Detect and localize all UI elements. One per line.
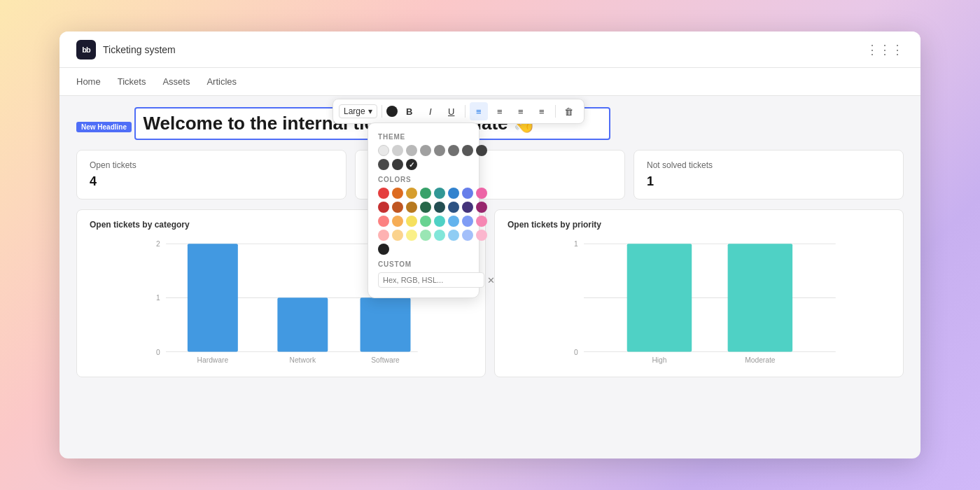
theme-swatch-8[interactable]	[476, 145, 487, 156]
c-teal-xl[interactable]	[434, 230, 445, 241]
logo: bb	[76, 40, 96, 59]
c-yellow-d[interactable]	[406, 202, 417, 213]
nav-articles[interactable]: Articles	[206, 74, 237, 90]
c-green-d[interactable]	[420, 202, 431, 213]
theme-swatch-dark-3[interactable]	[406, 159, 417, 170]
color-picker-popup: THEME COLORS	[368, 122, 479, 298]
text-toolbar: Large ▾ B I U ≡ ≡ ≡ ≡ 🗑	[332, 99, 584, 124]
custom-color-input[interactable]	[378, 272, 484, 288]
color-row-5	[378, 244, 469, 255]
c-green-l[interactable]	[420, 216, 431, 227]
c-orange-l[interactable]	[392, 216, 403, 227]
nav-home[interactable]: Home	[76, 74, 101, 90]
theme-swatch-dark-1[interactable]	[378, 159, 389, 170]
c-teal-d[interactable]	[434, 202, 445, 213]
c-pink-xl[interactable]	[476, 230, 487, 241]
nav-assets[interactable]: Assets	[162, 74, 190, 90]
c-red-l[interactable]	[378, 216, 389, 227]
c-green-xl[interactable]	[420, 230, 431, 241]
theme-swatch-3[interactable]	[406, 145, 417, 156]
headline-badge: New Headline	[76, 122, 132, 132]
c-indigo-d[interactable]	[462, 202, 473, 213]
c-blue[interactable]	[448, 188, 459, 199]
c-orange-d[interactable]	[392, 202, 403, 213]
bold-button[interactable]: B	[400, 102, 419, 120]
header: bb Ticketing system ⋮⋮⋮	[59, 31, 920, 68]
underline-button[interactable]: U	[442, 102, 461, 120]
c-indigo[interactable]	[462, 188, 473, 199]
c-yellow-xl[interactable]	[406, 230, 417, 241]
c-pink[interactable]	[476, 188, 487, 199]
c-yellow-l[interactable]	[406, 216, 417, 227]
svg-text:1: 1	[156, 294, 160, 302]
stat-value-open: 4	[90, 174, 333, 189]
theme-swatches-row2	[378, 159, 469, 170]
svg-rect-6	[188, 244, 238, 351]
font-size-selector[interactable]: Large ▾	[339, 104, 377, 118]
svg-rect-17	[627, 244, 692, 351]
grid-icon[interactable]: ⋮⋮⋮	[866, 42, 904, 57]
svg-text:Software: Software	[371, 356, 400, 364]
stat-label-not-solved: Not solved tickets	[647, 160, 890, 170]
svg-text:Hardware: Hardware	[197, 356, 229, 364]
color-row-4	[378, 230, 469, 241]
c-teal[interactable]	[434, 188, 445, 199]
main-content: Large ▾ B I U ≡ ≡ ≡ ≡ 🗑 THEME	[59, 96, 920, 458]
c-pink-d[interactable]	[476, 202, 487, 213]
toolbar-divider-1	[382, 105, 382, 118]
c-orange-xl[interactable]	[392, 230, 403, 241]
clear-icon[interactable]: ✕	[487, 275, 495, 286]
stat-label-open: Open tickets	[90, 160, 333, 170]
svg-text:0: 0	[574, 349, 578, 356]
app-window: bb Ticketing system ⋮⋮⋮ Home Tickets Ass…	[59, 31, 920, 458]
align-right-button[interactable]: ≡	[512, 102, 530, 120]
chart-priority-svg: 1 0 High Moderate	[507, 237, 890, 366]
app-title: Ticketing system	[103, 44, 176, 55]
c-green[interactable]	[420, 188, 431, 199]
svg-text:Network: Network	[290, 356, 317, 364]
c-black[interactable]	[378, 244, 389, 255]
c-blue-xl[interactable]	[448, 230, 459, 241]
nav-tickets[interactable]: Tickets	[118, 74, 146, 90]
italic-button[interactable]: I	[421, 102, 440, 120]
c-orange[interactable]	[392, 188, 403, 199]
align-left-button[interactable]: ≡	[470, 102, 488, 120]
charts-row: Open tickets by category 2 1 0	[76, 209, 904, 377]
colors-label: COLORS	[378, 176, 469, 183]
svg-text:0: 0	[156, 349, 160, 356]
color-row-1	[378, 188, 469, 199]
theme-swatch-dark-2[interactable]	[392, 159, 403, 170]
c-red-xl[interactable]	[378, 230, 389, 241]
theme-swatch-7[interactable]	[462, 145, 473, 156]
svg-rect-18	[728, 244, 793, 351]
header-left: bb Ticketing system	[76, 40, 176, 59]
theme-swatch-1[interactable]	[378, 145, 389, 156]
c-blue-d[interactable]	[448, 202, 459, 213]
c-yellow[interactable]	[406, 188, 417, 199]
theme-swatch-5[interactable]	[434, 145, 445, 156]
theme-label: THEME	[378, 133, 469, 141]
c-pink-l[interactable]	[476, 216, 487, 227]
chart-priority-area: 1 0 High Moderate	[507, 237, 890, 366]
theme-swatches-row	[378, 145, 469, 156]
svg-text:Moderate: Moderate	[745, 356, 776, 364]
svg-text:High: High	[652, 356, 666, 364]
svg-text:2: 2	[156, 240, 160, 248]
toolbar-divider-2	[465, 105, 465, 118]
align-center-button[interactable]: ≡	[491, 102, 509, 120]
c-indigo-xl[interactable]	[462, 230, 473, 241]
theme-swatch-6[interactable]	[448, 145, 459, 156]
align-justify-button[interactable]: ≡	[533, 102, 551, 120]
color-row-3	[378, 216, 469, 227]
c-red-d[interactable]	[378, 202, 389, 213]
custom-section: CUSTOM ✕	[378, 260, 469, 288]
chart-priority: Open tickets by priority 1 0	[494, 209, 904, 377]
color-swatch-button[interactable]	[386, 106, 398, 117]
c-indigo-l[interactable]	[462, 216, 473, 227]
theme-swatch-2[interactable]	[392, 145, 403, 156]
c-teal-l[interactable]	[434, 216, 445, 227]
delete-button[interactable]: 🗑	[560, 102, 578, 120]
c-red[interactable]	[378, 188, 389, 199]
theme-swatch-4[interactable]	[420, 145, 431, 156]
c-blue-l[interactable]	[448, 216, 459, 227]
